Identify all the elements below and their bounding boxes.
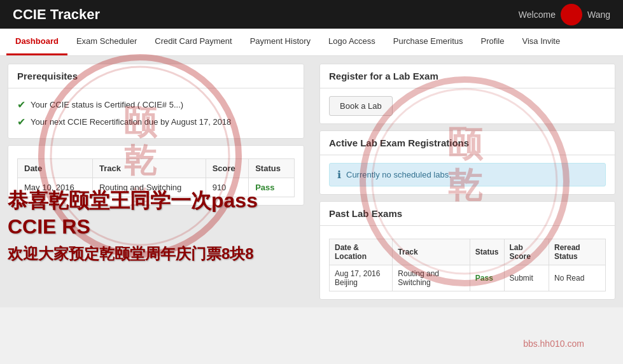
col-date-location: Date & Location [330, 239, 393, 265]
register-lab-card: Register for a Lab Exam Book a Lab [319, 64, 615, 124]
past-lab-score: Submit [504, 265, 549, 291]
active-registrations-card: Active Lab Exam Registrations ℹ Currentl… [319, 130, 615, 195]
past-lab-exams-title: Past Lab Exams [320, 202, 615, 226]
prereq-text-1: Your CCIE status is Certified ( CCIE# 5.… [31, 100, 183, 109]
tab-logo-access[interactable]: Logo Access [319, 29, 384, 55]
register-lab-title: Register for a Lab Exam [320, 64, 615, 88]
active-registrations-title: Active Lab Exam Registrations [320, 131, 615, 155]
table-row: Aug 17, 2016Beijing Routing and Switchin… [330, 265, 606, 291]
tab-dashboard[interactable]: Dashboard [6, 29, 67, 55]
tab-visa-invite[interactable]: Visa Invite [513, 29, 569, 55]
col-lab-score: Lab Score [504, 239, 549, 265]
col-status: Status [249, 159, 295, 178]
no-labs-info: ℹ Currently no scheduled labs. [329, 163, 606, 186]
prereq-text-2: Your next CCIE Recertification due by Au… [31, 117, 231, 127]
app-title: CCIE Tracker [13, 6, 100, 23]
info-icon: ℹ [337, 169, 341, 181]
book-lab-button[interactable]: Book a Lab [329, 96, 393, 116]
register-lab-body: Book a Lab [320, 88, 615, 123]
tab-profile[interactable]: Profile [472, 29, 514, 55]
active-registrations-body: ℹ Currently no scheduled labs. [320, 155, 615, 194]
no-labs-text: Currently no scheduled labs. [346, 170, 451, 179]
username-text: Wang [587, 10, 610, 20]
exam-history-table: Date Track Score Status May 10, 2016 Rou… [17, 158, 295, 197]
prereq-item-2: ✔ Your next CCIE Recertification due by … [17, 113, 295, 130]
past-lab-exams-card: Past Lab Exams Date & Location Track Sta… [319, 201, 615, 300]
nav-tabs: Dashboard Exam Scheduler Credit Card Pay… [0, 29, 623, 56]
past-lab-exams-table: Date & Location Track Status Lab Score R… [329, 239, 606, 291]
exam-status: Pass [249, 178, 295, 197]
past-date-location: Aug 17, 2016Beijing [330, 265, 393, 291]
tab-credit-card-payment[interactable]: Credit Card Payment [146, 29, 241, 55]
welcome-text: Welcome [519, 10, 556, 20]
col-track: Track [92, 159, 206, 178]
exam-track: Routing and Switching [92, 178, 206, 197]
check-icon-1: ✔ [17, 99, 25, 111]
past-lab-exams-body: Date & Location Track Status Lab Score R… [320, 226, 615, 299]
svg-text:bbs.hh010.com: bbs.hh010.com [523, 339, 584, 349]
prerequisites-title: Prerequisites [8, 64, 304, 88]
tab-exam-scheduler[interactable]: Exam Scheduler [67, 29, 146, 55]
exam-history-card: Date Track Score Status May 10, 2016 Rou… [8, 145, 304, 206]
left-panel: Prerequisites ✔ Your CCIE status is Cert… [0, 56, 312, 307]
col-date: Date [18, 159, 93, 178]
avatar [561, 4, 582, 25]
table-row: May 10, 2016 Routing and Switching 910 P… [18, 178, 295, 197]
app-header: CCIE Tracker Welcome Wang [0, 0, 623, 29]
exam-date: May 10, 2016 [18, 178, 93, 197]
tab-purchase-emeritus[interactable]: Purchase Emeritus [384, 29, 472, 55]
past-reread: No Read [549, 265, 606, 291]
prereq-item-1: ✔ Your CCIE status is Certified ( CCIE# … [17, 96, 295, 113]
check-icon-2: ✔ [17, 116, 25, 128]
welcome-section: Welcome Wang [519, 4, 610, 25]
prerequisites-body: ✔ Your CCIE status is Certified ( CCIE# … [8, 88, 304, 138]
past-status: Pass [470, 265, 504, 291]
col-score: Score [206, 159, 249, 178]
right-panel: Register for a Lab Exam Book a Lab Activ… [312, 56, 623, 307]
past-track: Routing and Switching [393, 265, 470, 291]
exam-history-body: Date Track Score Status May 10, 2016 Rou… [8, 146, 304, 205]
exam-score: 910 [206, 178, 249, 197]
col-reread: Reread Status [549, 239, 606, 265]
prerequisites-card: Prerequisites ✔ Your CCIE status is Cert… [8, 64, 304, 139]
main-content: Prerequisites ✔ Your CCIE status is Cert… [0, 56, 623, 307]
tab-payment-history[interactable]: Payment History [241, 29, 319, 55]
col-status: Status [470, 239, 504, 265]
col-track: Track [393, 239, 470, 265]
